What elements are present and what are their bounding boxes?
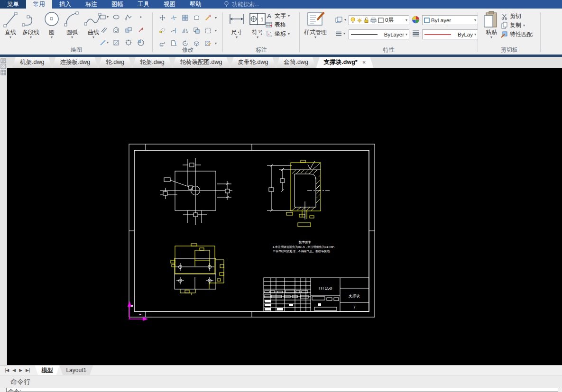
drawing-svg: 技术要求 1.未注明铸造圆角为R3~5，未注明倒角为C1×45°. 2.零件经时… bbox=[7, 68, 562, 365]
doc-tab-taotong[interactable]: 套筒.dwg bbox=[276, 57, 315, 68]
color-select[interactable]: ByLayer ▾ bbox=[422, 15, 478, 25]
chevron-down-icon[interactable]: ▾ bbox=[215, 29, 217, 33]
chevron-down-icon: ▾ bbox=[236, 36, 238, 39]
doc-tab-lunjia[interactable]: 轮架.dwg bbox=[132, 57, 172, 68]
line-button[interactable]: 直线 ▾ bbox=[1, 9, 20, 40]
lightbulb-icon bbox=[224, 1, 229, 8]
modify-tool-rotate-copy[interactable] bbox=[157, 24, 168, 37]
strip-palette-icon[interactable] bbox=[0, 64, 6, 69]
printer-icon bbox=[370, 18, 377, 23]
modify-tool-mirror[interactable] bbox=[179, 24, 191, 37]
modify-tool-extend[interactable] bbox=[168, 24, 179, 37]
lineweight-button[interactable] bbox=[412, 30, 420, 37]
draw-tool-rectangle[interactable]: ▾ bbox=[98, 10, 110, 23]
command-input[interactable]: 命令: bbox=[6, 388, 558, 392]
tech-requirements: 技术要求 1.未注明铸造圆角为R3~5，未注明倒角为C1×45°. 2.零件经时… bbox=[273, 240, 335, 253]
modify-tool-overlap[interactable] bbox=[191, 24, 202, 37]
region-icon bbox=[137, 39, 145, 46]
dimension-button[interactable]: 尺寸 ▾ bbox=[227, 9, 247, 40]
layout1-tab[interactable]: Layout1 bbox=[59, 365, 93, 375]
strip-tool-icon[interactable] bbox=[0, 57, 6, 63]
style-manager-button[interactable]: 样式管理 ▾ bbox=[303, 9, 328, 40]
modify-tool-stretch[interactable] bbox=[191, 11, 202, 24]
color-wheel-button[interactable] bbox=[412, 16, 420, 24]
draw-tool-parallel[interactable] bbox=[98, 23, 110, 36]
prev-tab-button[interactable]: ◀ bbox=[12, 368, 16, 373]
first-tab-button[interactable]: |◀ bbox=[5, 368, 9, 373]
lineweight-select[interactable]: ByLay ▾ bbox=[422, 29, 478, 39]
modify-tool-scale[interactable] bbox=[202, 24, 213, 37]
view-side bbox=[171, 244, 224, 295]
strip-grid-icon[interactable] bbox=[0, 70, 6, 75]
draw-tool-block[interactable] bbox=[122, 23, 135, 36]
dimension-label: 尺寸 bbox=[231, 29, 242, 36]
draw-tool-point[interactable] bbox=[135, 10, 147, 23]
copy-button[interactable]: 复制 ▾ bbox=[501, 21, 533, 30]
model-tab[interactable]: 模型 bbox=[35, 365, 59, 375]
command-panel-title[interactable]: 命令行 bbox=[0, 375, 562, 388]
polyline-button[interactable]: 多段线 ▾ bbox=[20, 9, 42, 40]
doc-tab-zhichengkuai-active[interactable]: 支撑块.dwg* × bbox=[316, 57, 373, 68]
modify-tool-move[interactable] bbox=[157, 11, 168, 24]
function-search[interactable]: 功能搜索... bbox=[224, 0, 259, 9]
chevron-down-icon[interactable]: ▾ bbox=[215, 42, 217, 46]
group-label-properties: 特性 bbox=[300, 46, 478, 54]
draw-tool-polygon[interactable] bbox=[110, 23, 122, 36]
style-manager-icon bbox=[305, 10, 325, 29]
coordinate-button[interactable]: 坐标 ▾ bbox=[266, 29, 290, 38]
last-tab-button[interactable]: ▶| bbox=[26, 368, 30, 373]
menu-bar: 菜单 常用 插入 标注 图幅 工具 视图 帮助 功能搜索... bbox=[0, 0, 562, 9]
draw-tool-ellipse[interactable] bbox=[110, 10, 122, 23]
close-icon[interactable]: × bbox=[362, 59, 366, 65]
paste-button[interactable]: 粘贴 ▾ bbox=[482, 10, 501, 40]
ribbon-group-properties: 样式管理 ▾ ▾ 0层 ▾ bbox=[300, 9, 478, 55]
paste-label: 粘贴 bbox=[486, 29, 497, 36]
rotate-copy-icon bbox=[159, 27, 166, 34]
layer-select[interactable]: 0层 ▾ bbox=[349, 15, 409, 25]
chevron-down-icon: ▾ bbox=[474, 18, 476, 22]
chevron-down-icon: ▾ bbox=[107, 15, 109, 19]
chevron-down-icon: ▾ bbox=[107, 41, 109, 45]
linetype-tools-button[interactable]: ▾ bbox=[335, 30, 345, 37]
layer-tools-button[interactable]: ▾ bbox=[335, 16, 346, 24]
tab-annotate[interactable]: 标注 bbox=[78, 0, 104, 9]
arc-button[interactable]: 圆弧 ▾ bbox=[62, 9, 83, 40]
doc-tab-lunyi[interactable]: 轮椅装配图.dwg bbox=[173, 57, 230, 68]
circle-button[interactable]: 圆 ▾ bbox=[42, 9, 62, 40]
sheet-frame bbox=[129, 144, 375, 317]
draw-tool-sketch[interactable] bbox=[122, 10, 135, 23]
chevron-down-icon: ▾ bbox=[523, 24, 525, 27]
modify-tool-erase[interactable] bbox=[202, 11, 213, 24]
doc-tab-lianjieban[interactable]: 连接板.dwg bbox=[52, 57, 98, 68]
modify-tool-break[interactable] bbox=[168, 11, 179, 24]
arc-icon bbox=[63, 10, 81, 29]
tab-insert[interactable]: 插入 bbox=[52, 0, 78, 9]
group-label-annotate: 标注 bbox=[223, 46, 300, 54]
linetype-select[interactable]: ByLayer ▾ bbox=[349, 29, 409, 39]
polyline-icon bbox=[21, 10, 40, 29]
cut-label: 剪切 bbox=[510, 12, 521, 20]
doc-tab-jijia[interactable]: 机架.dwg bbox=[12, 57, 52, 68]
doc-tab-lun[interactable]: 轮.dwg bbox=[98, 57, 132, 68]
match-properties-button[interactable]: 特性匹配 bbox=[501, 30, 533, 39]
modify-tool-array[interactable] bbox=[179, 11, 191, 24]
left-tool-strip bbox=[0, 57, 7, 365]
doc-tab-pidailun[interactable]: 皮带轮.dwg bbox=[230, 57, 276, 68]
table-button[interactable]: 表格 bbox=[266, 20, 290, 29]
tab-sheet[interactable]: 图幅 bbox=[104, 0, 130, 9]
clipboard-icon bbox=[483, 11, 499, 29]
tab-help[interactable]: 帮助 bbox=[183, 0, 209, 9]
menu-item-main[interactable]: 菜单 bbox=[0, 0, 26, 9]
match-properties-label: 特性匹配 bbox=[510, 30, 533, 38]
next-tab-button[interactable]: ▶ bbox=[19, 368, 22, 373]
text-button[interactable]: A 文字 ▾ bbox=[266, 11, 290, 20]
tab-tools[interactable]: 工具 bbox=[130, 0, 157, 9]
chevron-down-icon: ▾ bbox=[71, 36, 73, 39]
cut-button[interactable]: 剪切 bbox=[501, 12, 533, 21]
model-space-canvas[interactable]: 技术要求 1.未注明铸造圆角为R3~5，未注明倒角为C1×45°. 2.零件经时… bbox=[7, 68, 562, 365]
cad-application-window: 菜单 常用 插入 标注 图幅 工具 视图 帮助 功能搜索... bbox=[0, 0, 562, 392]
tab-common[interactable]: 常用 bbox=[26, 0, 52, 9]
chevron-down-icon[interactable]: ▾ bbox=[215, 16, 217, 20]
draw-tool-pick[interactable] bbox=[135, 23, 147, 36]
tab-view[interactable]: 视图 bbox=[157, 0, 183, 9]
